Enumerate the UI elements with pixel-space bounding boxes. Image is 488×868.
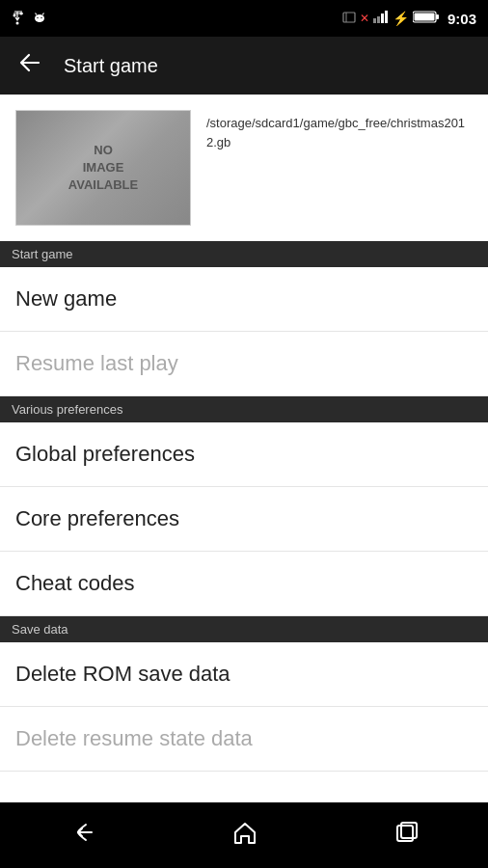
game-info: NOIMAGEAVAILABLE /storage/sdcard1/game/g…	[0, 95, 488, 241]
home-nav-button[interactable]	[212, 812, 278, 858]
recents-nav-button[interactable]	[375, 812, 439, 858]
android-icon	[33, 10, 46, 28]
game-thumbnail: NOIMAGEAVAILABLE	[15, 110, 191, 226]
global-preferences-label: Global preferences	[15, 442, 195, 466]
cheat-codes-label: Cheat codes	[15, 571, 135, 595]
no-image-text: NOIMAGEAVAILABLE	[68, 142, 138, 195]
app-bar: Start game	[0, 37, 488, 95]
svg-line-6	[36, 13, 38, 14]
resume-last-play-label: Resume last play	[15, 351, 178, 375]
lightning-icon: ⚡	[393, 11, 409, 26]
svg-rect-15	[414, 13, 434, 20]
cheat-codes-item[interactable]: Cheat codes	[0, 552, 488, 616]
sim-icon	[342, 11, 356, 27]
new-game-label: New game	[15, 286, 117, 311]
start-game-section-header: Start game	[0, 241, 488, 267]
delete-rom-save-data-label: Delete ROM save data	[15, 662, 230, 686]
back-nav-button[interactable]	[49, 813, 115, 857]
svg-point-2	[14, 14, 16, 16]
game-path: /storage/sdcard1/game/gbc_free/christmas…	[206, 110, 473, 151]
time-display: 9:03	[447, 11, 476, 27]
app-bar-title: Start game	[64, 55, 158, 77]
svg-point-0	[16, 21, 19, 24]
svg-rect-10	[373, 18, 376, 23]
delete-resume-state-data-item[interactable]: Delete resume state data	[0, 707, 488, 772]
core-preferences-label: Core preferences	[15, 506, 179, 530]
svg-point-1	[20, 12, 23, 14]
status-bar-right: ✕ ⚡ 9:03	[342, 11, 476, 27]
signal-icon	[373, 11, 389, 27]
svg-rect-8	[343, 13, 355, 22]
nav-bar	[0, 802, 488, 868]
svg-rect-12	[381, 14, 384, 23]
svg-rect-13	[385, 11, 388, 23]
svg-line-7	[42, 13, 44, 14]
back-button[interactable]	[15, 49, 44, 82]
battery-icon	[413, 11, 440, 27]
status-bar: ✕ ⚡ 9:03	[0, 0, 488, 37]
svg-point-4	[37, 16, 38, 17]
svg-point-5	[41, 16, 41, 17]
x-icon: ✕	[360, 12, 369, 25]
various-preferences-section-header: Various preferences	[0, 396, 488, 422]
global-preferences-item[interactable]: Global preferences	[0, 422, 488, 487]
content-area: NOIMAGEAVAILABLE /storage/sdcard1/game/g…	[0, 95, 488, 802]
core-preferences-item[interactable]: Core preferences	[0, 487, 488, 552]
delete-rom-save-data-item[interactable]: Delete ROM save data	[0, 642, 488, 707]
usb-icon	[12, 10, 25, 28]
status-bar-left	[12, 10, 46, 28]
save-data-section-header: Save data	[0, 616, 488, 642]
new-game-item[interactable]: New game	[0, 267, 488, 332]
svg-rect-11	[377, 16, 380, 23]
svg-rect-16	[436, 14, 439, 19]
resume-last-play-item[interactable]: Resume last play	[0, 332, 488, 396]
delete-resume-state-data-label: Delete resume state data	[15, 726, 253, 750]
